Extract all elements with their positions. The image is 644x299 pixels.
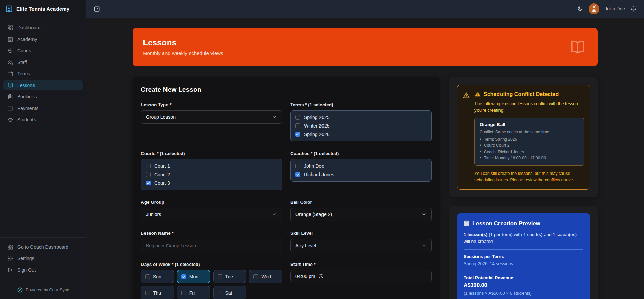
- open-book-icon: [7, 83, 13, 88]
- term-option-spring-2025[interactable]: Spring 2025: [295, 115, 427, 120]
- checkbox-unchecked[interactable]: [295, 115, 300, 120]
- day-button-thu[interactable]: Thu: [141, 286, 174, 299]
- user-name[interactable]: John Doe: [605, 6, 625, 12]
- main-zone: John Doe Lessons Monthly and weekly sche…: [86, 0, 644, 299]
- coaches-label: Coaches * (1 selected): [290, 151, 432, 156]
- court-option-1[interactable]: Court 1: [146, 163, 277, 169]
- checkbox-unchecked[interactable]: [295, 164, 300, 168]
- start-time-input[interactable]: 04:00 pm: [290, 270, 432, 282]
- divider: [464, 249, 583, 250]
- revenue-detail: (1 lessons × A$50.00 × 6 students): [464, 291, 583, 296]
- sidebar-item-label: Staff: [17, 60, 27, 65]
- days-of-week-label: Days of Week * (1 selected): [141, 262, 282, 267]
- page-banner: Lessons Monthly and weekly schedule view…: [133, 28, 598, 66]
- conflict-title: Scheduling Conflict Detected: [484, 91, 559, 97]
- main-content: Lessons Monthly and weekly schedule view…: [86, 18, 644, 299]
- form-title: Create New Lesson: [141, 86, 432, 93]
- coaches-checkbox-group: John Doe Richard Jones: [290, 159, 432, 182]
- notifications-bell-icon[interactable]: [630, 6, 637, 12]
- sidebar-item-courts[interactable]: Courts: [3, 46, 83, 56]
- warning-triangle-filled-icon: [474, 91, 481, 97]
- term-option-spring-2026[interactable]: Spring 2026: [295, 132, 427, 137]
- preview-panel: Lesson Creation Preview 1 lesson(s) (1 p…: [449, 206, 598, 299]
- start-time-field: Start Time * 04:00 pm: [290, 262, 432, 282]
- checkbox-unchecked: [181, 291, 186, 295]
- sidebar-item-label: Students: [17, 117, 36, 122]
- sidebar-item-sign-out[interactable]: Sign Out: [3, 265, 83, 275]
- lesson-type-field: Lesson Type * Group Lesson: [141, 102, 282, 124]
- sidebar-item-bookings[interactable]: Bookings: [3, 92, 83, 102]
- courts-checkbox-group: Court 1 Court 2 Court 3: [141, 159, 282, 190]
- sidebar-item-dashboard[interactable]: Dashboard: [3, 23, 83, 33]
- age-group-select[interactable]: Juniors: [141, 208, 282, 221]
- preview-summary: 1 lesson(s) (1 per term) with 1 court(s)…: [464, 231, 583, 245]
- coach-option-richard-jones[interactable]: Richard Jones: [295, 172, 427, 177]
- checkbox-checked[interactable]: [295, 172, 300, 177]
- skill-level-value: Any Level: [295, 243, 316, 248]
- term-option-winter-2025[interactable]: Winter 2025: [295, 123, 427, 129]
- conflict-panel: Scheduling Conflict Detected The followi…: [449, 77, 598, 197]
- lesson-type-select[interactable]: Group Lesson: [141, 110, 282, 124]
- divider: [464, 271, 583, 271]
- day-button-sat[interactable]: Sat: [213, 286, 246, 299]
- checkbox-checked[interactable]: [146, 181, 151, 185]
- lesson-name-input[interactable]: Beginner Group Lesson: [141, 239, 282, 252]
- dark-mode-toggle-moon-icon[interactable]: [577, 6, 583, 12]
- check-icon: [296, 133, 299, 136]
- sidebar-item-lessons[interactable]: Lessons: [3, 80, 83, 90]
- day-button-wed[interactable]: Wed: [249, 270, 282, 283]
- checkbox-unchecked: [218, 291, 222, 295]
- sidebar-item-label: Settings: [17, 256, 35, 261]
- preview-title: Lesson Creation Preview: [472, 220, 540, 227]
- court-option-2[interactable]: Court 2: [146, 172, 277, 177]
- sidebar-item-terms[interactable]: Terms: [3, 69, 83, 79]
- sidebar-item-label: Terms: [17, 71, 30, 76]
- skill-level-field: Skill Level Any Level: [290, 231, 432, 252]
- chevron-down-icon: [272, 212, 277, 217]
- user-avatar[interactable]: [589, 3, 599, 14]
- top-header: John Doe: [86, 0, 644, 18]
- sidebar-item-coach-dashboard[interactable]: Go to Coach Dashboard: [3, 242, 83, 252]
- day-button-fri[interactable]: Fri: [177, 286, 210, 299]
- checkbox-unchecked[interactable]: [295, 123, 300, 128]
- sidebar-item-academy[interactable]: Academy: [3, 34, 83, 44]
- ball-color-field: Ball Color Orange (Stage 2): [290, 200, 432, 221]
- open-book-icon: [568, 38, 587, 56]
- chevron-down-icon: [421, 212, 427, 217]
- sidebar-item-students[interactable]: Students: [3, 115, 83, 125]
- ball-color-select[interactable]: Orange (Stage 2): [290, 208, 432, 221]
- building-icon: [7, 37, 13, 42]
- chevron-down-icon: [272, 114, 277, 120]
- page-subtitle: Monthly and weekly schedule views: [143, 50, 223, 56]
- sidebar-item-settings[interactable]: Settings: [3, 253, 83, 263]
- skill-level-select[interactable]: Any Level: [290, 239, 432, 252]
- conflict-reason: Conflict: Same coach at the same time: [480, 130, 579, 134]
- coaches-field: Coaches * (1 selected) John Doe Richard …: [290, 151, 432, 182]
- sidebar-collapse-icon[interactable]: [94, 6, 100, 12]
- checkbox-unchecked[interactable]: [146, 172, 151, 177]
- age-group-label: Age Group: [141, 200, 282, 205]
- lesson-name-label: Lesson Name *: [141, 231, 282, 236]
- powered-by: Powered by CourtSync: [3, 281, 83, 299]
- clock-icon[interactable]: [318, 274, 324, 279]
- day-button-tue[interactable]: Tue: [213, 270, 246, 283]
- gear-icon: [7, 256, 13, 261]
- checkbox-unchecked[interactable]: [146, 164, 151, 168]
- conflict-detail-coach: Coach: Richard Jones: [480, 149, 579, 155]
- sidebar-item-staff[interactable]: Staff: [3, 57, 83, 67]
- sidebar-nav: Dashboard Academy Courts Staff Terms Les…: [0, 18, 86, 237]
- conflict-intro: The following existing lessons conflict …: [474, 101, 584, 114]
- day-button-mon[interactable]: Mon: [177, 270, 210, 283]
- app-logo: Elite Tennis Academy: [0, 0, 86, 18]
- sidebar-item-label: Bookings: [17, 94, 37, 99]
- page-title: Lessons: [143, 38, 223, 47]
- day-button-sun[interactable]: Sun: [141, 270, 174, 283]
- check-icon: [182, 275, 185, 278]
- sidebar-item-label: Lessons: [17, 83, 35, 88]
- dashboard-grid-icon: [7, 25, 13, 31]
- checkbox-checked[interactable]: [295, 132, 300, 137]
- court-option-3[interactable]: Court 3: [146, 180, 277, 186]
- coach-option-john-doe[interactable]: John Doe: [295, 163, 427, 169]
- side-column: Scheduling Conflict Detected The followi…: [449, 77, 598, 299]
- sidebar-item-payments[interactable]: Payments: [3, 103, 83, 113]
